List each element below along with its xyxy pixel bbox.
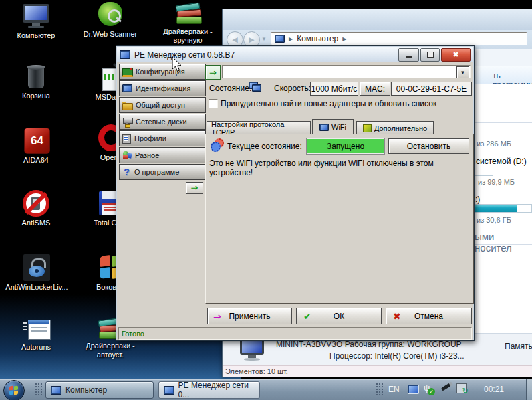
- tab-tcpip[interactable]: Настройки протокола TCP/IP: [207, 121, 311, 134]
- windows-flag-icon: [9, 386, 13, 391]
- next-page-button[interactable]: ⇒: [186, 182, 203, 194]
- desktop-icon-autoruns[interactable]: Autoruns: [0, 318, 72, 352]
- current-state-label: Текущее состояние:: [227, 142, 302, 151]
- sidebar-item-misc[interactable]: Разное: [119, 147, 206, 163]
- items-count-text: Элементов: 10 шт.: [225, 367, 288, 375]
- machine-name-line: MININT-A3BVV3O Рабочая группа: WORKGROUP: [276, 340, 462, 349]
- usb-device-tray-icon[interactable]: ψ ✓: [424, 383, 430, 393]
- green-export-arrow-icon: ⇒: [209, 68, 217, 78]
- drive-usage-bar: [475, 169, 493, 176]
- force-rescan-label: Принудительно найти новые адаптеры и обн…: [221, 99, 436, 108]
- desktop: Компьютер Dr.Web Scanner Драйверпаки - в…: [0, 0, 532, 400]
- group-divider: [471, 122, 532, 123]
- dropdown-arrow-icon: ▼: [460, 70, 466, 76]
- green-arrow-icon: ⇒: [191, 185, 198, 191]
- speed-value-box: 1000 Мбит/с: [310, 82, 358, 96]
- autoruns-icon: [20, 318, 52, 341]
- sidebar-item-network-drives[interactable]: Сетевые диски: [119, 114, 206, 130]
- wifi-state-indicator: Запущено: [307, 138, 384, 154]
- computer-icon: [275, 35, 285, 43]
- breadcrumb-arrow-icon: ▶: [289, 36, 293, 42]
- sidebar-item-configuration[interactable]: Конфигурация: [119, 64, 206, 80]
- sidebar-item-about[interactable]: ? О программе: [119, 164, 206, 180]
- minimize-button[interactable]: [398, 48, 419, 62]
- speed-label: Скорость:: [274, 84, 311, 93]
- breadcrumb-arrow-icon: ▶: [342, 36, 346, 42]
- shapes-icon: [122, 151, 132, 160]
- drive-name-text[interactable]: :): [475, 195, 480, 204]
- computer-icon: [20, 3, 52, 29]
- app-icon: [120, 50, 130, 59]
- explorer-titlebar[interactable]: [223, 9, 532, 31]
- tab-strip: Настройки протокола TCP/IP WiFi Дополнит…: [205, 119, 473, 134]
- ok-button[interactable]: ✔ ОК: [296, 308, 382, 324]
- wifi-message-text: Это не WiFi устройство или функции WiFi …: [209, 159, 473, 177]
- taskbar-clock[interactable]: 00:21: [484, 385, 504, 394]
- sidebar-item-sharing[interactable]: Общий доступ: [119, 97, 206, 113]
- memory-label: Память:: [505, 342, 532, 351]
- desktop-icon-computer[interactable]: Компьютер: [0, 3, 72, 40]
- group-header-fragment: ыми носител: [475, 231, 532, 254]
- green-check-icon: ✔: [303, 311, 311, 322]
- close-button[interactable]: ✖: [441, 48, 471, 62]
- desktop-icon-antiwinlocker[interactable]: AntiWinLockerLiv...: [0, 254, 74, 292]
- start-button[interactable]: [3, 380, 25, 400]
- maximize-button[interactable]: [420, 48, 440, 62]
- desktop-icon-aida64[interactable]: 64 AIDA64: [0, 127, 72, 165]
- network-tray-icon[interactable]: [408, 385, 419, 394]
- desktop-icon-antisms[interactable]: AntiSMS: [0, 190, 72, 227]
- breadcrumb-item[interactable]: Компьютер: [297, 34, 338, 43]
- magenta-arrow-icon: ⇒: [213, 311, 221, 322]
- address-bar[interactable]: ▶ Компьютер ▶: [271, 32, 527, 45]
- flash-drive-tray-icon[interactable]: [441, 383, 451, 391]
- taskbar-task-computer[interactable]: Компьютер: [45, 381, 154, 399]
- pe-statusbar: Готово: [118, 327, 472, 340]
- network-adapter-icon: [122, 68, 132, 76]
- tab-wifi[interactable]: WiFi: [312, 119, 354, 134]
- combobox-dropdown-button[interactable]: ▼: [456, 66, 469, 78]
- tab-advanced[interactable]: Дополнительно: [356, 121, 434, 134]
- language-indicator[interactable]: EN: [388, 385, 400, 394]
- mac-label-button[interactable]: MAC:: [360, 82, 390, 96]
- taskbar-task-pe-manager[interactable]: PE Менеджер сети 0...: [158, 381, 260, 399]
- status-text: Готово: [122, 330, 144, 338]
- mac-value-box: 00-0C-29-61-C7-5E: [391, 82, 472, 96]
- network-drive-icon: [122, 118, 132, 126]
- gears-icon: [211, 138, 224, 151]
- padlock-icon: [21, 254, 53, 281]
- question-mark-icon: ?: [122, 167, 131, 177]
- drive-usage-bar: [475, 204, 532, 213]
- network-state-icon: [249, 82, 258, 89]
- cpu-line: Процессор: Intel(R) Core(TM) i3-23...: [329, 351, 464, 361]
- recycle-bin-icon: [20, 63, 52, 90]
- drive-size-text: из 30,6 ГБ: [477, 216, 511, 224]
- force-rescan-checkbox[interactable]: [209, 99, 218, 108]
- adapter-combobox[interactable]: ▼: [222, 65, 471, 78]
- sidebar-item-identification[interactable]: Идентификация: [119, 80, 206, 96]
- group-divider: [471, 244, 532, 245]
- state-label: Состояние:: [209, 84, 251, 93]
- nav-dropdown-icon[interactable]: ▼: [261, 36, 267, 42]
- shared-folder-icon: [122, 102, 132, 109]
- stop-wifi-button[interactable]: Остановить: [388, 138, 469, 154]
- sidebar-item-profiles[interactable]: Профили: [119, 130, 206, 146]
- red-x-icon: ✖: [393, 311, 401, 322]
- drive-size-text: из 99,9 МБ: [478, 178, 515, 186]
- desktop-icon-recycle-bin[interactable]: Корзина: [0, 63, 72, 100]
- show-desktop-button[interactable]: [526, 379, 532, 400]
- drive-size-text: из 286 МБ: [477, 140, 511, 148]
- apply-button[interactable]: ⇒ Применить: [207, 308, 292, 324]
- pe-titlebar[interactable]: PE Менеджер сети 0.58.B7 ✖: [117, 47, 473, 63]
- desktop-icon-drweb[interactable]: Dr.Web Scanner: [74, 1, 146, 39]
- desktop-icon-driverpacks-manual[interactable]: Драйверпаки - вручную: [152, 1, 224, 45]
- monitor-icon: [122, 84, 132, 92]
- clipboard-icon: [122, 134, 131, 143]
- quick-launch-grip: [35, 383, 43, 397]
- rescan-adapters-button[interactable]: ⇒: [205, 65, 221, 80]
- advanced-net-icon: [363, 124, 372, 132]
- drive-name-text[interactable]: системой (D:): [476, 157, 527, 166]
- cancel-button[interactable]: ✖ Отмена: [386, 308, 472, 324]
- antisms-icon: [20, 190, 52, 217]
- safely-remove-tray-icon[interactable]: ↻: [456, 383, 467, 393]
- pe-manager-window: PE Менеджер сети 0.58.B7 ✖ Конфигурация …: [116, 45, 475, 341]
